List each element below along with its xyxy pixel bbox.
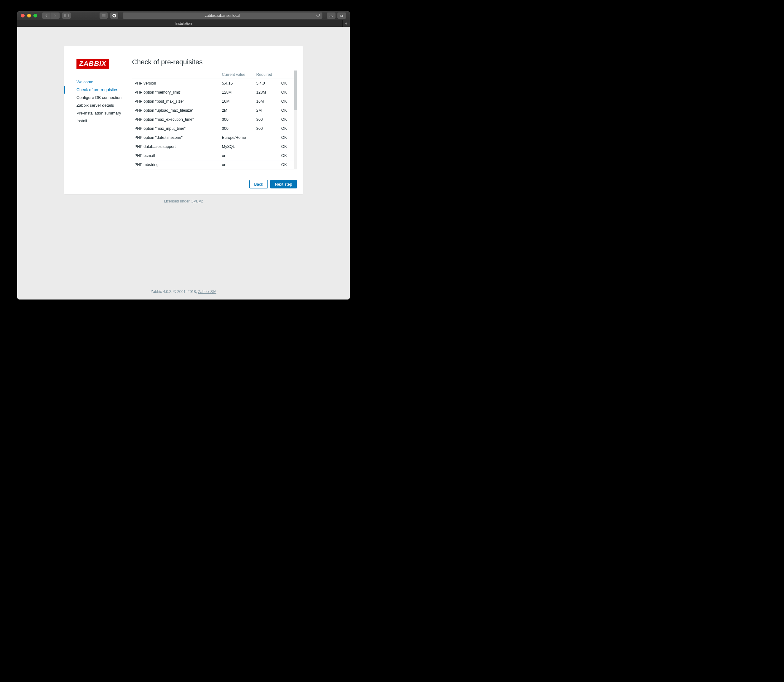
license-line: Licensed under GPL v2 <box>17 199 350 203</box>
cell-name: PHP databases support <box>132 142 219 151</box>
footer-text: Zabbix 4.0.2. © 2001–2018, <box>151 290 198 294</box>
cell-required <box>254 160 279 169</box>
cell-current: 128M <box>219 88 254 97</box>
cell-current: 5.4.16 <box>219 79 254 88</box>
cell-required <box>254 151 279 160</box>
cell-current: Europe/Rome <box>219 133 254 142</box>
cell-current: 16M <box>219 97 254 106</box>
footer-link[interactable]: Zabbix SIA <box>198 290 216 294</box>
wizard-buttons: Back Next step <box>249 180 297 188</box>
page-viewport: ZABBIX WelcomeCheck of pre-requisitesCon… <box>17 27 350 300</box>
table-row: PHP option "post_max_size"16M16MOK <box>132 97 297 106</box>
col-required: Required <box>254 70 279 79</box>
new-tab-button[interactable]: + <box>342 20 350 27</box>
table-row: PHP option "date.timezone"Europe/RomeOK <box>132 133 297 142</box>
cell-name: PHP option "upload_max_filesize" <box>132 106 219 115</box>
setup-step[interactable]: Zabbix server details <box>64 101 126 109</box>
back-nav-button[interactable] <box>42 13 51 19</box>
url-bar[interactable]: zabbix.rabanser.local <box>123 13 323 19</box>
url-text: zabbix.rabanser.local <box>205 13 240 18</box>
browser-window: zabbix.rabanser.local Installation + ZAB… <box>17 11 350 300</box>
scrollbar-thumb[interactable] <box>294 70 297 110</box>
tab-title[interactable]: Installation <box>176 22 192 25</box>
scrollbar-track[interactable] <box>294 70 297 169</box>
share-button[interactable] <box>327 13 335 19</box>
prereq-table: Current value Required PHP version5.4.16… <box>132 70 297 169</box>
cell-name: PHP version <box>132 79 219 88</box>
cell-required: 300 <box>254 124 279 133</box>
titlebar: zabbix.rabanser.local <box>17 11 350 20</box>
cell-required <box>254 133 279 142</box>
nav-buttons <box>42 13 60 19</box>
setup-steps-list: WelcomeCheck of pre-requisitesConfigure … <box>64 78 126 125</box>
svg-rect-0 <box>64 14 69 17</box>
table-row: PHP option "memory_limit"128M128MOK <box>132 88 297 97</box>
reload-icon[interactable] <box>316 13 320 18</box>
page-heading: Check of pre-requisites <box>132 58 297 66</box>
cell-name: PHP option "post_max_size" <box>132 97 219 106</box>
shield-button[interactable] <box>110 13 118 19</box>
close-window-icon[interactable] <box>21 14 25 18</box>
cell-required <box>254 142 279 151</box>
window-controls <box>21 14 37 18</box>
zabbix-logo: ZABBIX <box>77 59 109 69</box>
license-link[interactable]: GPL v2 <box>191 199 203 203</box>
cell-current: on <box>219 160 254 169</box>
cell-name: PHP option "max_execution_time" <box>132 115 219 124</box>
forward-nav-button[interactable] <box>51 13 60 19</box>
cell-current: on <box>219 151 254 160</box>
cell-required: 16M <box>254 97 279 106</box>
reader-button[interactable] <box>99 13 108 19</box>
maximize-window-icon[interactable] <box>34 14 37 18</box>
setup-step[interactable]: Pre-installation summary <box>64 109 126 117</box>
table-row: PHP mbstringonOK <box>132 160 297 169</box>
cell-required: 5.4.0 <box>254 79 279 88</box>
cell-name: PHP mbstring <box>132 160 219 169</box>
svg-point-7 <box>113 15 115 16</box>
cell-current: 300 <box>219 124 254 133</box>
table-row: PHP option "max_input_time"300300OK <box>132 124 297 133</box>
col-current: Current value <box>219 70 254 79</box>
license-prefix: Licensed under <box>164 199 191 203</box>
cell-required: 300 <box>254 115 279 124</box>
svg-rect-9 <box>341 14 343 16</box>
tab-bar: Installation + <box>17 20 350 27</box>
cell-current: MySQL <box>219 142 254 151</box>
back-button[interactable]: Back <box>249 180 268 188</box>
prereq-table-wrap: Current value Required PHP version5.4.16… <box>132 70 297 169</box>
cell-current: 300 <box>219 115 254 124</box>
table-row: PHP bcmathonOK <box>132 151 297 160</box>
cell-name: PHP option "date.timezone" <box>132 133 219 142</box>
tabs-button[interactable] <box>337 13 346 19</box>
next-step-button[interactable]: Next step <box>270 180 297 188</box>
table-row: PHP option "max_execution_time"300300OK <box>132 115 297 124</box>
cell-name: PHP bcmath <box>132 151 219 160</box>
cell-name: PHP option "max_input_time" <box>132 124 219 133</box>
table-row: PHP version5.4.165.4.0OK <box>132 79 297 88</box>
svg-rect-10 <box>340 15 343 17</box>
cell-name: PHP option "memory_limit" <box>132 88 219 97</box>
setup-step[interactable]: Configure DB connection <box>64 94 126 101</box>
table-row: PHP databases supportMySQLOK <box>132 142 297 151</box>
minimize-window-icon[interactable] <box>27 14 31 18</box>
setup-main: Check of pre-requisites Current value Re… <box>126 46 303 194</box>
setup-step[interactable]: Check of pre-requisites <box>64 86 126 94</box>
setup-card: ZABBIX WelcomeCheck of pre-requisitesCon… <box>64 46 303 194</box>
cell-required: 2M <box>254 106 279 115</box>
sidebar-toggle-button[interactable] <box>62 13 71 19</box>
cell-required: 128M <box>254 88 279 97</box>
setup-step[interactable]: Welcome <box>64 78 126 86</box>
footer-line: Zabbix 4.0.2. © 2001–2018, Zabbix SIA <box>17 290 350 294</box>
cell-current: 2M <box>219 106 254 115</box>
setup-sidebar: ZABBIX WelcomeCheck of pre-requisitesCon… <box>64 46 126 194</box>
table-row: PHP option "upload_max_filesize"2M2MOK <box>132 106 297 115</box>
col-name <box>132 70 219 79</box>
setup-step[interactable]: Install <box>64 117 126 125</box>
